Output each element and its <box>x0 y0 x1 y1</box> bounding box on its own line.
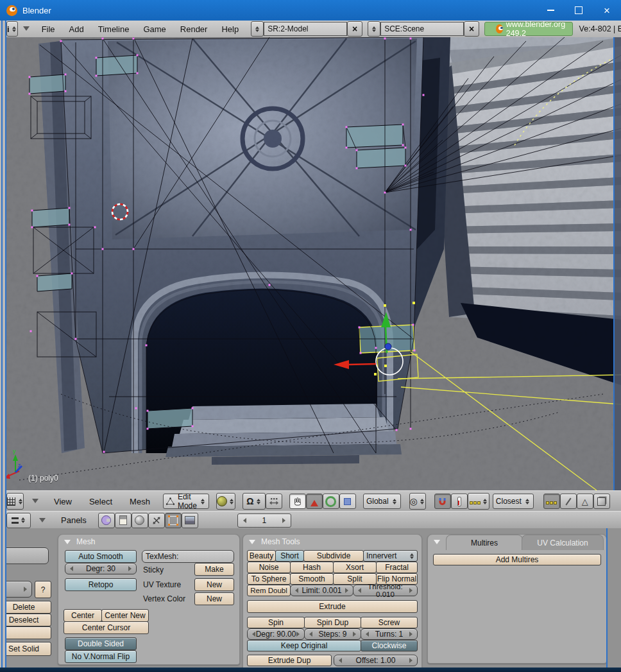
menu-help[interactable]: Help <box>214 24 246 34</box>
scene-close-button[interactable]: × <box>464 21 479 37</box>
shading-context-button[interactable] <box>132 513 148 528</box>
help-button[interactable]: ? <box>35 581 51 598</box>
center-new-button[interactable]: Center New <box>101 609 149 622</box>
screw-button[interactable]: Screw <box>361 617 418 628</box>
menu-game[interactable]: Game <box>136 24 173 34</box>
degr-slider[interactable]: Degr: 90.00 <box>247 628 305 640</box>
panels-menu[interactable]: Panels <box>54 515 94 525</box>
beauty-toggle[interactable]: Beauty <box>247 550 276 562</box>
viewport-type-button[interactable] <box>6 493 24 510</box>
maximize-button[interactable] <box>565 0 593 21</box>
threshold-slider[interactable]: Threshold: 0.010 <box>353 585 418 596</box>
screen-browse-button[interactable] <box>251 21 264 37</box>
mesh-panel-header[interactable]: Mesh <box>58 535 239 549</box>
cube-select-button[interactable] <box>593 494 610 509</box>
sticky-make-button[interactable]: Make <box>194 563 234 576</box>
collapse-triangle-icon[interactable] <box>32 499 38 506</box>
scale-manipulator-button[interactable] <box>339 494 356 509</box>
rotate-manipulator-button[interactable] <box>323 494 339 509</box>
fractal-button[interactable]: Fractal <box>376 562 418 573</box>
menu-timeline[interactable]: Timeline <box>91 24 137 34</box>
delete-button[interactable]: Delete <box>0 601 51 614</box>
page-right-arrow-icon[interactable] <box>282 518 288 523</box>
to-sphere-button[interactable]: To Sphere <box>247 573 291 585</box>
turns-slider[interactable]: Turns: 1 <box>361 628 418 640</box>
close-button[interactable]: × <box>593 0 621 21</box>
center-cursor-button[interactable]: Center Cursor <box>64 621 149 634</box>
tab-uv-calculation[interactable]: UV Calculation <box>522 535 604 550</box>
no-vnormal-flip-toggle[interactable]: No V.Normal Flip <box>65 650 137 663</box>
menu-render[interactable]: Render <box>173 24 215 34</box>
snap-target-dropdown[interactable]: Closest <box>493 494 534 509</box>
draw-type-button[interactable] <box>216 493 235 510</box>
uv-texture-new-button[interactable]: New <box>194 578 234 591</box>
logic-context-button[interactable] <box>98 513 115 528</box>
viewport-canvas[interactable]: y x z (1) poly0 <box>0 37 621 490</box>
screen-close-button[interactable]: × <box>347 21 362 37</box>
degr-slider[interactable]: Degr: 30 <box>65 563 137 574</box>
center-button[interactable]: Center <box>64 609 102 622</box>
partial-slider[interactable] <box>0 547 49 564</box>
minimize-button[interactable] <box>536 0 565 21</box>
menu-mesh[interactable]: Mesh <box>123 497 157 506</box>
extrude-dup-button[interactable]: Extrude Dup <box>247 655 332 666</box>
retopo-button[interactable]: Retopo <box>65 578 137 591</box>
mesh-tools-panel-header[interactable]: Mesh Tools <box>243 535 421 549</box>
xsort-button[interactable]: Xsort <box>333 562 377 573</box>
collapse-triangle-icon[interactable] <box>23 26 30 34</box>
menu-select[interactable]: Select <box>82 497 119 506</box>
version-badge[interactable]: www.blender.org 249.2 <box>484 22 572 36</box>
spin-dup-button[interactable]: Spin Dup <box>304 617 361 628</box>
snap-peel-button[interactable] <box>451 494 468 509</box>
tab-multires[interactable]: Multires <box>446 535 523 550</box>
buttons-window-type-button[interactable] <box>6 513 31 528</box>
hash-button[interactable]: Hash <box>290 562 334 573</box>
scene-context-button[interactable] <box>182 513 198 528</box>
proportional-edit-button[interactable]: Ω <box>242 493 266 510</box>
panel-page-selector[interactable]: 1 <box>237 513 291 528</box>
menu-view[interactable]: View <box>47 497 79 506</box>
texmesh-field[interactable]: TexMesh: <box>142 550 234 563</box>
smooth-button[interactable]: Smooth <box>290 573 334 585</box>
blank-button[interactable] <box>0 626 51 639</box>
spin-button[interactable]: Spin <box>247 617 305 628</box>
screen-name-field[interactable]: SR:2-Model <box>264 22 347 36</box>
edge-slash-button[interactable] <box>560 494 577 509</box>
noise-button[interactable]: Noise <box>247 562 291 573</box>
snap-element-button[interactable] <box>468 493 489 510</box>
vertex-color-new-button[interactable]: New <box>194 592 234 605</box>
face-triangle-button[interactable]: △ <box>577 494 593 509</box>
innervert-dropdown[interactable]: Innervert <box>363 550 418 562</box>
object-context-button[interactable] <box>148 513 165 528</box>
set-solid-button[interactable]: Set Solid <box>0 642 51 656</box>
orientation-dropdown[interactable]: Global <box>363 494 401 509</box>
limit-slider[interactable]: Limit: 0.001 <box>290 585 353 596</box>
extrude-button[interactable]: Extrude <box>247 600 418 613</box>
manipulator-toggle-button[interactable] <box>289 494 306 509</box>
menu-add[interactable]: Add <box>62 24 91 34</box>
subdivide-button[interactable]: Subdivide <box>303 550 364 562</box>
axis-constraint-button[interactable] <box>266 494 282 509</box>
keep-original-toggle[interactable]: Keep Original <box>247 640 361 651</box>
deselect-button[interactable]: Deselect <box>0 614 51 626</box>
pivot-point-button[interactable]: ◎ <box>409 493 426 510</box>
double-sided-toggle[interactable]: Double Sided <box>65 637 137 650</box>
snap-toggle-button[interactable] <box>434 494 451 509</box>
menu-file[interactable]: File <box>35 24 62 34</box>
short-toggle[interactable]: Short <box>275 550 304 562</box>
page-left-arrow-icon[interactable] <box>241 518 246 523</box>
collapse-triangle-icon[interactable] <box>39 518 46 526</box>
editing-context-button[interactable] <box>165 513 182 528</box>
add-multires-button[interactable]: Add Multires <box>433 554 601 565</box>
script-context-button[interactable] <box>115 513 132 528</box>
clockwise-toggle[interactable]: Clockwise <box>361 640 418 651</box>
auto-smooth-button[interactable]: Auto Smooth <box>65 550 137 563</box>
mode-dropdown[interactable]: Edit Mode <box>163 494 209 509</box>
subsurf-dots-button[interactable] <box>543 494 560 509</box>
scene-name-field[interactable]: SCE:Scene <box>380 22 464 36</box>
rem-doubl-button[interactable]: Rem Doubl <box>247 585 291 596</box>
steps-slider[interactable]: Steps: 9 <box>304 628 361 640</box>
info-window-type-button[interactable]: i <box>6 21 18 37</box>
offset-slider[interactable]: Offset: 1.00 <box>334 655 418 666</box>
scene-browse-button[interactable] <box>368 21 380 37</box>
